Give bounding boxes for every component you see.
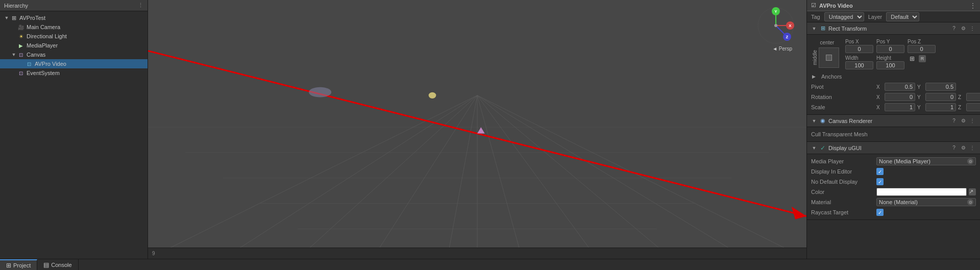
media-player-picker-icon[interactable]: ⊙ — [967, 158, 973, 164]
project-tab-icon: ⊞ — [6, 262, 11, 269]
cull-mesh-row: Cull Transparent Mesh — [807, 129, 980, 139]
height-input[interactable] — [876, 61, 904, 69]
center-label: center — [817, 39, 838, 46]
hierarchy-item-canvas[interactable]: ▼ ⊡ Canvas — [0, 50, 148, 59]
video-icon: ⊡ — [26, 60, 33, 67]
layer-dropdown[interactable]: Default — [886, 12, 919, 21]
rot-x-axis: X — [876, 94, 883, 100]
persp-label: ◄ Persp — [772, 46, 792, 52]
height-group: Height — [876, 55, 904, 69]
pos-z-label: Pos Z — [908, 39, 921, 44]
display-ugui-checkmark-icon: ✓ — [819, 144, 826, 152]
width-input[interactable] — [845, 61, 873, 69]
scale-x-input[interactable] — [885, 103, 915, 111]
raycast-checkbox[interactable]: ✓ — [876, 209, 884, 216]
display-ugui-content: Media Player None (Media Player) ⊙ Displ… — [807, 154, 980, 220]
rotation-label: Rotation — [811, 94, 872, 100]
canvas-icon: ⊡ — [17, 51, 24, 58]
hierarchy-item-directional-light[interactable]: ▶ ☀ Directional Light — [0, 32, 148, 41]
rot-x-input[interactable] — [885, 93, 915, 101]
svg-text:X: X — [789, 23, 792, 28]
tag-dropdown[interactable]: Untagged — [824, 12, 864, 21]
display-in-editor-checkbox[interactable]: ✓ — [876, 168, 884, 175]
hierarchy-item-avpro-video[interactable]: ▶ ⊡ AVPro Video — [0, 59, 148, 68]
pos-z-input[interactable] — [908, 45, 936, 53]
pos-y-input[interactable] — [876, 45, 904, 53]
hierarchy-menu-icon[interactable]: ⋮ — [138, 2, 143, 9]
no-default-display-value: ✓ — [876, 178, 976, 185]
display-ugui-header[interactable]: ▼ ✓ Display uGUI ? ⚙ ⋮ — [807, 142, 980, 154]
pos-x-input[interactable] — [845, 45, 873, 53]
rect-transform-icon: ⊞ — [819, 25, 826, 32]
rect-pos-row: Pos X Pos Y Pos Z — [845, 39, 976, 53]
media-player-field-text: None (Media Player) — [879, 158, 930, 164]
color-value: ↗ — [876, 188, 976, 196]
height-label: Height — [876, 55, 891, 61]
bottom-tab-project[interactable]: ⊞ Project — [0, 259, 37, 271]
anchors-row: ▶ Anchors — [807, 71, 980, 82]
color-field[interactable] — [876, 188, 967, 196]
raycast-value: ✓ — [876, 209, 976, 216]
display-ugui-help-icon[interactable]: ? — [950, 144, 958, 152]
rect-fields-container: Pos X Pos Y Pos Z — [845, 39, 976, 69]
rect-transform-menu-icon[interactable]: ⋮ — [969, 25, 976, 32]
pivot-x-input[interactable] — [885, 83, 915, 91]
canvas-renderer-settings-icon[interactable]: ⚙ — [960, 117, 967, 125]
media-player-field[interactable]: None (Media Player) ⊙ — [876, 157, 976, 165]
tag-layer-row: Tag Untagged Layer Default — [807, 11, 980, 22]
rect-transform-header[interactable]: ▼ ⊞ Rect Transform ? ⚙ ⋮ — [807, 22, 980, 35]
display-in-editor-row: Display In Editor ✓ — [807, 166, 980, 177]
scene-view: Y X Z ◄ Persp 9 — [148, 0, 806, 259]
display-ugui-menu-icon[interactable]: ⋮ — [969, 144, 976, 152]
blueprint-icon[interactable]: ⊞ — [909, 55, 916, 62]
pivot-y-input[interactable] — [925, 83, 956, 91]
no-default-display-checkbox[interactable]: ✓ — [876, 178, 884, 185]
inspector-panel: ☑ AVPro Video ⋮ Tag Untagged Layer Defau… — [806, 0, 980, 259]
raycast-label: Raycast Target — [811, 209, 872, 215]
rot-y-input[interactable] — [925, 93, 956, 101]
display-ugui-settings-icon[interactable]: ⚙ — [960, 144, 967, 152]
hierarchy-item-mediaplayer[interactable]: ▶ ▶ MediaPlayer — [0, 41, 148, 50]
raycast-row: Raycast Target ✓ — [807, 207, 980, 217]
scene-icon: ⊞ — [10, 14, 17, 21]
scale-z-input[interactable] — [966, 103, 980, 111]
svg-point-34 — [774, 24, 777, 27]
svg-point-23 — [309, 87, 331, 97]
rot-z-input[interactable] — [966, 93, 980, 101]
rect-transform-settings-icon[interactable]: ⚙ — [960, 25, 967, 32]
rotation-row: Rotation X Y Z — [807, 92, 980, 102]
scene-toolbar: 9 — [148, 248, 806, 259]
material-picker-icon[interactable]: ⊙ — [967, 199, 973, 205]
hierarchy-title: Hierarchy — [4, 3, 28, 9]
canvas-renderer-help-icon[interactable]: ? — [950, 117, 958, 125]
svg-point-22 — [429, 92, 436, 99]
bottom-tab-console[interactable]: ▤ Console — [37, 259, 78, 271]
hierarchy-item-main-camera[interactable]: ▶ 🎥 Main Camera — [0, 22, 148, 32]
inspector-options-icon[interactable]: ⋮ — [970, 2, 976, 9]
mediaplayer-icon: ▶ — [17, 42, 24, 49]
display-ugui-collapse-icon: ▼ — [811, 145, 817, 151]
canvas-renderer-header[interactable]: ▼ ◉ Canvas Renderer ? ⚙ ⋮ — [807, 115, 980, 127]
material-field[interactable]: None (Material) ⊙ — [876, 198, 976, 206]
color-picker-icon[interactable]: ↗ — [969, 188, 976, 195]
material-label: Material — [811, 199, 872, 205]
scale-y-input[interactable] — [925, 103, 956, 111]
hierarchy-item-eventsystem[interactable]: ▶ ⊡ EventSystem — [0, 68, 148, 78]
inspector-object-enable-checkbox[interactable]: ☑ — [811, 2, 816, 9]
scene-toolbar-num: 9 — [152, 251, 155, 256]
media-player-row: Media Player None (Media Player) ⊙ — [807, 156, 980, 166]
rot-z-axis: Z — [958, 94, 964, 100]
scene-grid-svg — [148, 0, 806, 259]
material-field-text: None (Material) — [879, 199, 918, 205]
hierarchy-item-avprotest[interactable]: ▼ ⊞ AVProTest — [0, 13, 148, 22]
scale-row: Scale X Y Z — [807, 102, 980, 112]
media-player-value: None (Media Player) ⊙ — [876, 157, 976, 165]
canvas-renderer-menu-icon[interactable]: ⋮ — [969, 117, 976, 125]
anchor-visual[interactable] — [819, 47, 839, 68]
scale-y-axis: Y — [917, 105, 923, 110]
width-label: Width — [845, 55, 859, 61]
no-default-display-label: No Default Display — [811, 179, 872, 185]
rect-transform-help-icon[interactable]: ? — [950, 25, 958, 32]
r-badge[interactable]: R — [919, 55, 926, 62]
pos-y-group: Pos Y — [876, 39, 904, 53]
